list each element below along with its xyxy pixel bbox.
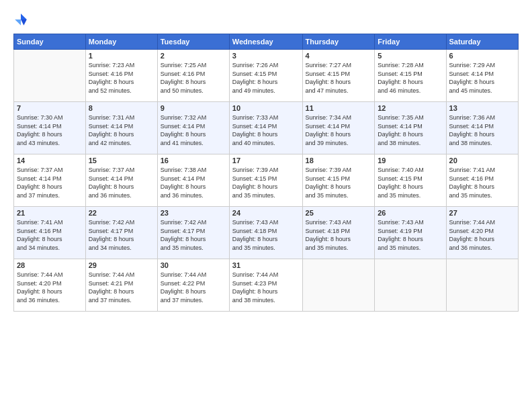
calendar-cell: 25Sunrise: 7:43 AM Sunset: 4:18 PM Dayli… [302, 207, 375, 259]
day-number: 12 [378, 104, 443, 112]
day-info: Sunrise: 7:26 AM Sunset: 4:15 PM Dayligh… [232, 61, 300, 95]
day-info: Sunrise: 7:33 AM Sunset: 4:14 PM Dayligh… [232, 113, 300, 147]
day-number: 26 [378, 209, 443, 217]
calendar-cell: 1Sunrise: 7:23 AM Sunset: 4:16 PM Daylig… [85, 50, 157, 102]
day-number: 23 [161, 209, 226, 217]
page: SundayMondayTuesdayWednesdayThursdayFrid… [0, 0, 532, 411]
col-header-friday: Friday [375, 34, 446, 50]
calendar-cell: 6Sunrise: 7:29 AM Sunset: 4:14 PM Daylig… [446, 50, 518, 102]
day-number: 4 [306, 52, 372, 60]
day-info: Sunrise: 7:30 AM Sunset: 4:14 PM Dayligh… [17, 113, 83, 147]
calendar-cell: 29Sunrise: 7:44 AM Sunset: 4:21 PM Dayli… [85, 259, 157, 312]
calendar-cell: 22Sunrise: 7:42 AM Sunset: 4:17 PM Dayli… [85, 207, 157, 259]
day-info: Sunrise: 7:39 AM Sunset: 4:15 PM Dayligh… [232, 166, 300, 199]
calendar-cell: 23Sunrise: 7:42 AM Sunset: 4:17 PM Dayli… [157, 207, 229, 259]
day-number: 15 [89, 156, 154, 165]
calendar-cell: 16Sunrise: 7:38 AM Sunset: 4:14 PM Dayli… [157, 154, 229, 207]
day-number: 25 [306, 209, 372, 217]
header [13, 12, 519, 27]
day-number: 8 [89, 104, 154, 112]
day-number: 7 [17, 104, 83, 112]
day-number: 31 [232, 261, 300, 269]
day-number: 13 [449, 104, 515, 112]
day-info: Sunrise: 7:35 AM Sunset: 4:14 PM Dayligh… [378, 113, 443, 147]
col-header-sunday: Sunday [14, 34, 86, 50]
col-header-monday: Monday [85, 34, 157, 50]
day-info: Sunrise: 7:42 AM Sunset: 4:17 PM Dayligh… [89, 218, 154, 252]
day-info: Sunrise: 7:41 AM Sunset: 4:16 PM Dayligh… [449, 166, 515, 199]
day-info: Sunrise: 7:42 AM Sunset: 4:17 PM Dayligh… [161, 218, 226, 252]
day-number: 28 [17, 261, 83, 269]
calendar-cell: 7Sunrise: 7:30 AM Sunset: 4:14 PM Daylig… [14, 102, 86, 154]
day-number: 10 [232, 104, 300, 112]
day-info: Sunrise: 7:37 AM Sunset: 4:14 PM Dayligh… [89, 166, 154, 199]
day-info: Sunrise: 7:44 AM Sunset: 4:20 PM Dayligh… [17, 271, 83, 304]
day-number: 3 [232, 52, 300, 60]
day-info: Sunrise: 7:29 AM Sunset: 4:14 PM Dayligh… [449, 61, 515, 95]
calendar-cell: 18Sunrise: 7:39 AM Sunset: 4:15 PM Dayli… [302, 154, 375, 207]
calendar-cell: 11Sunrise: 7:34 AM Sunset: 4:14 PM Dayli… [302, 102, 375, 154]
day-info: Sunrise: 7:43 AM Sunset: 4:18 PM Dayligh… [232, 218, 300, 252]
calendar-cell: 10Sunrise: 7:33 AM Sunset: 4:14 PM Dayli… [229, 102, 302, 154]
col-header-wednesday: Wednesday [229, 34, 302, 50]
calendar-cell [302, 259, 375, 312]
calendar-cell [446, 259, 518, 312]
week-row-1: 1Sunrise: 7:23 AM Sunset: 4:16 PM Daylig… [14, 50, 519, 102]
calendar-cell: 27Sunrise: 7:44 AM Sunset: 4:20 PM Dayli… [446, 207, 518, 259]
week-row-4: 21Sunrise: 7:41 AM Sunset: 4:16 PM Dayli… [14, 207, 519, 259]
calendar-cell: 20Sunrise: 7:41 AM Sunset: 4:16 PM Dayli… [446, 154, 518, 207]
col-header-tuesday: Tuesday [157, 34, 229, 50]
calendar-cell: 12Sunrise: 7:35 AM Sunset: 4:14 PM Dayli… [375, 102, 446, 154]
calendar-cell: 5Sunrise: 7:28 AM Sunset: 4:15 PM Daylig… [375, 50, 446, 102]
day-number: 30 [161, 261, 226, 269]
day-info: Sunrise: 7:27 AM Sunset: 4:15 PM Dayligh… [306, 61, 372, 95]
week-row-5: 28Sunrise: 7:44 AM Sunset: 4:20 PM Dayli… [14, 259, 519, 312]
day-number: 6 [449, 52, 515, 60]
week-row-2: 7Sunrise: 7:30 AM Sunset: 4:14 PM Daylig… [14, 102, 519, 154]
calendar-cell [375, 259, 446, 312]
day-number: 1 [89, 52, 154, 60]
day-info: Sunrise: 7:32 AM Sunset: 4:14 PM Dayligh… [161, 113, 226, 147]
calendar-cell: 17Sunrise: 7:39 AM Sunset: 4:15 PM Dayli… [229, 154, 302, 207]
calendar-cell: 21Sunrise: 7:41 AM Sunset: 4:16 PM Dayli… [14, 207, 86, 259]
day-number: 9 [161, 104, 226, 112]
day-info: Sunrise: 7:39 AM Sunset: 4:15 PM Dayligh… [306, 166, 372, 199]
col-header-saturday: Saturday [446, 34, 518, 50]
day-info: Sunrise: 7:44 AM Sunset: 4:22 PM Dayligh… [161, 271, 226, 304]
day-info: Sunrise: 7:28 AM Sunset: 4:15 PM Dayligh… [378, 61, 443, 95]
header-row: SundayMondayTuesdayWednesdayThursdayFrid… [14, 34, 519, 50]
calendar-cell [14, 50, 86, 102]
logo [13, 12, 31, 27]
day-info: Sunrise: 7:38 AM Sunset: 4:14 PM Dayligh… [161, 166, 226, 199]
day-info: Sunrise: 7:31 AM Sunset: 4:14 PM Dayligh… [89, 113, 154, 147]
svg-marker-0 [21, 13, 27, 19]
calendar-cell: 8Sunrise: 7:31 AM Sunset: 4:14 PM Daylig… [85, 102, 157, 154]
calendar-cell: 28Sunrise: 7:44 AM Sunset: 4:20 PM Dayli… [14, 259, 86, 312]
calendar-cell: 19Sunrise: 7:40 AM Sunset: 4:15 PM Dayli… [375, 154, 446, 207]
day-number: 18 [306, 156, 372, 165]
calendar-cell: 26Sunrise: 7:43 AM Sunset: 4:19 PM Dayli… [375, 207, 446, 259]
day-info: Sunrise: 7:23 AM Sunset: 4:16 PM Dayligh… [89, 61, 154, 95]
day-info: Sunrise: 7:43 AM Sunset: 4:19 PM Dayligh… [378, 218, 443, 252]
day-number: 16 [161, 156, 226, 165]
day-number: 17 [232, 156, 300, 165]
day-number: 24 [232, 209, 300, 217]
day-info: Sunrise: 7:36 AM Sunset: 4:14 PM Dayligh… [449, 113, 515, 147]
day-number: 20 [449, 156, 515, 165]
day-info: Sunrise: 7:44 AM Sunset: 4:23 PM Dayligh… [232, 271, 300, 304]
calendar-table: SundayMondayTuesdayWednesdayThursdayFrid… [13, 34, 519, 312]
day-number: 14 [17, 156, 83, 165]
logo-icon [13, 12, 28, 27]
calendar-cell: 30Sunrise: 7:44 AM Sunset: 4:22 PM Dayli… [157, 259, 229, 312]
day-number: 21 [17, 209, 83, 217]
week-row-3: 14Sunrise: 7:37 AM Sunset: 4:14 PM Dayli… [14, 154, 519, 207]
svg-marker-2 [15, 19, 21, 26]
col-header-thursday: Thursday [302, 34, 375, 50]
day-info: Sunrise: 7:43 AM Sunset: 4:18 PM Dayligh… [306, 218, 372, 252]
calendar-cell: 9Sunrise: 7:32 AM Sunset: 4:14 PM Daylig… [157, 102, 229, 154]
day-info: Sunrise: 7:37 AM Sunset: 4:14 PM Dayligh… [17, 166, 83, 199]
day-number: 5 [378, 52, 443, 60]
calendar-cell: 2Sunrise: 7:25 AM Sunset: 4:16 PM Daylig… [157, 50, 229, 102]
day-info: Sunrise: 7:40 AM Sunset: 4:15 PM Dayligh… [378, 166, 443, 199]
day-info: Sunrise: 7:44 AM Sunset: 4:20 PM Dayligh… [449, 218, 515, 252]
